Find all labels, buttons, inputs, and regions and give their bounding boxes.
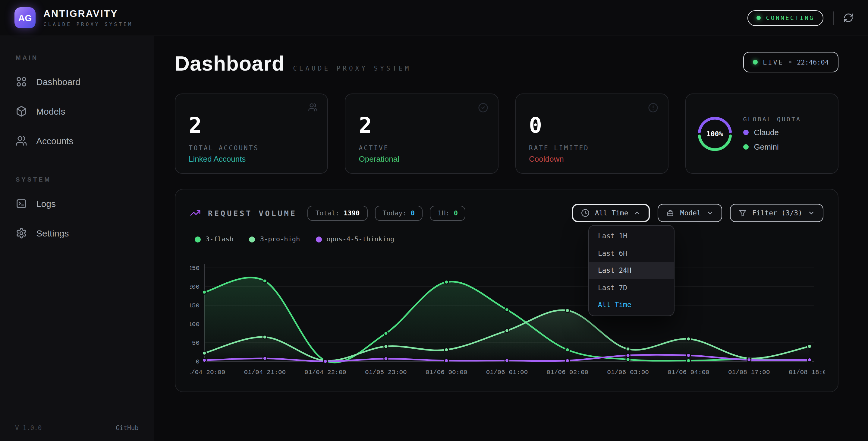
app-logo: AG <box>14 7 36 28</box>
terminal-icon <box>16 198 27 209</box>
stat-value: 0 <box>529 115 655 136</box>
svg-text:01/04 20:00: 01/04 20:00 <box>190 369 225 376</box>
time-range-menu: Last 1H Last 6H Last 24H Last 7D All Tim… <box>588 225 675 316</box>
badge-value: 0 <box>411 209 415 217</box>
model-box-icon <box>666 209 675 217</box>
users-icon <box>308 102 318 112</box>
time-range-dropdown-button[interactable]: All Time <box>572 204 650 222</box>
stat-value: 2 <box>359 115 485 136</box>
quota-label: GLOBAL QUOTA <box>743 116 801 122</box>
grid-icon <box>16 76 27 87</box>
svg-text:150: 150 <box>190 302 199 309</box>
stat-sub: Cooldown <box>529 154 655 164</box>
model-dropdown-button[interactable]: Model <box>658 204 722 222</box>
svg-text:01/06 01:00: 01/06 01:00 <box>486 369 528 376</box>
live-label: LIVE <box>763 58 784 66</box>
legend-item-3-flash: 3-flash <box>195 235 234 243</box>
svg-text:01/08 18:00: 01/08 18:00 <box>789 369 825 376</box>
live-dot <box>752 60 757 64</box>
app-version: V 1.0.0 <box>15 424 42 431</box>
legend-dot <box>315 236 321 242</box>
page-subtitle: CLAUDE PROXY SYSTEM <box>293 64 411 72</box>
badge-label: Today: <box>382 209 407 217</box>
status-dot <box>756 16 761 20</box>
clock-icon <box>581 209 590 217</box>
legend-dot <box>195 236 201 242</box>
sidebar-item-label: Dashboard <box>36 77 81 87</box>
stat-sub: Operational <box>359 154 485 164</box>
sidebar-item-dashboard[interactable]: Dashboard <box>0 67 154 96</box>
stat-card-global-quota: 100% GLOBAL QUOTA Claude Gemini <box>685 93 839 174</box>
cube-icon <box>16 106 27 117</box>
time-range-value: All Time <box>595 209 628 217</box>
filter-dropdown-button[interactable]: Filter (3/3) <box>730 204 824 222</box>
stat-card-active: 2 ACTIVE Operational <box>345 93 498 174</box>
sidebar-item-label: Logs <box>36 199 56 209</box>
app-title: ANTIGRAVITY <box>43 8 133 19</box>
page-title: Dashboard <box>175 52 284 76</box>
legend-item-3-pro-high: 3-pro-high <box>249 235 300 243</box>
today-requests-badge: Today: 0 <box>375 205 423 220</box>
legend-label: opus-4-5-thinking <box>327 235 394 243</box>
quota-ring-gauge: 100% <box>697 116 733 152</box>
legend-dot <box>249 236 255 242</box>
gemini-dot <box>743 144 749 150</box>
status-text: CONNECTING <box>766 14 814 21</box>
trending-up-icon <box>190 208 201 218</box>
chart-legend: 3-flash 3-pro-high opus-4-5-thinking <box>195 235 824 243</box>
claude-dot <box>743 130 749 135</box>
live-clock: 22:46:04 <box>797 58 829 66</box>
quota-legend-claude: Claude <box>743 128 801 137</box>
svg-text:01/06 03:00: 01/06 03:00 <box>607 369 649 376</box>
filter-value: Filter (3/3) <box>752 209 802 217</box>
live-badge: LIVE 22:46:04 <box>743 52 838 72</box>
github-link[interactable]: GitHub <box>116 424 138 431</box>
app-subtitle: CLAUDE PROXY SYSTEM <box>43 22 133 27</box>
sidebar-item-logs[interactable]: Logs <box>0 189 154 218</box>
sidebar-item-accounts[interactable]: Accounts <box>0 126 154 156</box>
svg-text:01/05 23:00: 01/05 23:00 <box>365 369 407 376</box>
alert-circle-icon <box>648 102 658 113</box>
menu-item-last-1h[interactable]: Last 1H <box>589 228 674 245</box>
menu-item-last-7d[interactable]: Last 7D <box>589 279 674 296</box>
hour-requests-badge: 1H: 0 <box>430 205 466 220</box>
sidebar-item-label: Settings <box>36 228 69 238</box>
panel-title: REQUEST VOLUME <box>208 208 297 217</box>
quota-legend-gemini: Gemini <box>743 142 801 151</box>
badge-value: 0 <box>454 209 458 217</box>
request-volume-chart: 05010015020025001/04 20:0001/04 21:0001/… <box>190 262 825 388</box>
connection-status-badge: CONNECTING <box>747 10 824 26</box>
svg-text:01/04 22:00: 01/04 22:00 <box>304 369 346 376</box>
svg-text:01/04 21:00: 01/04 21:00 <box>244 369 286 376</box>
sidebar-item-label: Models <box>36 106 65 116</box>
sidebar-item-label: Accounts <box>36 136 73 146</box>
menu-item-last-24h[interactable]: Last 24H <box>589 262 674 279</box>
quota-percent: 100% <box>697 116 733 152</box>
menu-item-all-time[interactable]: All Time <box>589 296 674 314</box>
svg-text:50: 50 <box>192 340 199 347</box>
menu-item-last-6h[interactable]: Last 6H <box>589 245 674 262</box>
badge-value: 1390 <box>344 209 360 217</box>
chevron-down-icon <box>808 209 815 216</box>
chevron-down-icon <box>707 209 714 216</box>
badge-label: 1H: <box>438 209 450 217</box>
sidebar-item-models[interactable]: Models <box>0 96 154 126</box>
svg-text:0: 0 <box>195 358 199 365</box>
refresh-button[interactable] <box>843 13 854 23</box>
gear-icon <box>16 228 27 239</box>
users-icon <box>16 135 27 147</box>
model-value: Model <box>680 209 701 217</box>
app-root: AG ANTIGRAVITY CLAUDE PROXY SYSTEM CONNE… <box>0 0 868 441</box>
sidebar-item-settings[interactable]: Settings <box>0 218 154 248</box>
stat-sub: Linked Accounts <box>189 154 314 164</box>
stat-label: TOTAL ACCOUNTS <box>189 144 314 151</box>
svg-text:01/06 02:00: 01/06 02:00 <box>547 369 588 376</box>
quota-legend-label: Claude <box>754 128 779 137</box>
chevron-up-icon <box>634 209 641 216</box>
header-divider <box>833 11 834 24</box>
stat-card-total-accounts: 2 TOTAL ACCOUNTS Linked Accounts <box>175 93 328 174</box>
request-volume-panel: REQUEST VOLUME Total: 1390 Today: 0 1H: … <box>175 189 838 392</box>
top-header: AG ANTIGRAVITY CLAUDE PROXY SYSTEM CONNE… <box>0 0 868 36</box>
refresh-icon <box>843 13 854 23</box>
svg-text:100: 100 <box>190 321 199 328</box>
